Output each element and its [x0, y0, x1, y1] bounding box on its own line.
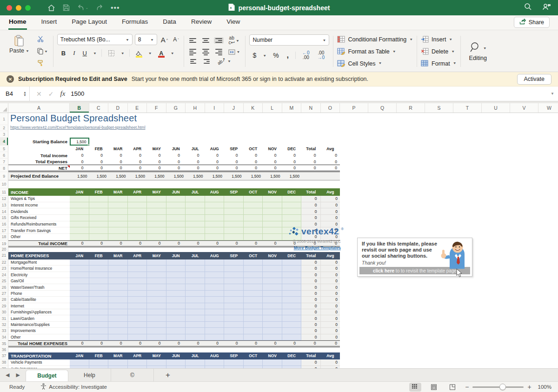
cell[interactable]: 0 — [321, 165, 340, 171]
cell[interactable]: 0 — [108, 341, 128, 346]
cell[interactable] — [108, 309, 128, 315]
cell[interactable]: 0 — [321, 328, 340, 334]
cell[interactable] — [166, 272, 186, 278]
cell[interactable]: 0 — [205, 341, 225, 346]
delete-cells-button[interactable]: Delete▼ — [421, 46, 457, 57]
cell[interactable] — [89, 208, 109, 215]
cell[interactable] — [263, 196, 282, 202]
cell[interactable]: 0 — [301, 278, 321, 284]
cell[interactable]: 0 — [301, 297, 321, 303]
cell[interactable]: 0 — [321, 272, 340, 278]
cell[interactable] — [108, 315, 128, 321]
cell[interactable] — [205, 334, 225, 340]
selected-cell-b4[interactable]: 1,500 — [70, 138, 89, 146]
cell[interactable] — [166, 196, 186, 202]
cell[interactable]: 0 — [166, 341, 186, 346]
cell[interactable]: 0 — [321, 309, 340, 315]
cell[interactable]: 0 — [301, 303, 321, 309]
month-header[interactable]: OCT — [244, 352, 263, 359]
cell[interactable] — [224, 359, 244, 366]
cell[interactable]: 0 — [70, 165, 89, 171]
cell[interactable] — [244, 309, 263, 315]
cell[interactable] — [224, 284, 244, 290]
cell[interactable]: 0 — [282, 165, 302, 171]
cell[interactable] — [89, 215, 109, 221]
cell[interactable] — [108, 291, 128, 297]
cell[interactable] — [128, 208, 147, 215]
cell[interactable]: 0 — [321, 202, 340, 209]
cell[interactable]: 0 — [301, 159, 321, 165]
cell[interactable]: 1,500 — [89, 172, 109, 180]
menu-tab-view[interactable]: View — [226, 15, 240, 30]
cell[interactable] — [205, 366, 225, 368]
cell[interactable]: 0 — [128, 241, 147, 246]
cell[interactable] — [205, 322, 225, 328]
cell[interactable] — [70, 266, 89, 272]
cell[interactable]: 0 — [301, 165, 321, 171]
cell[interactable] — [205, 328, 225, 334]
cell[interactable] — [70, 284, 89, 290]
cell[interactable] — [205, 266, 225, 272]
cell[interactable]: 1,500 — [128, 172, 147, 180]
percent-button[interactable]: % — [272, 51, 280, 60]
cell[interactable] — [186, 359, 205, 366]
cell[interactable] — [166, 366, 186, 368]
cell[interactable] — [224, 266, 244, 272]
cell[interactable] — [108, 202, 128, 209]
font-color-button[interactable]: A — [157, 49, 166, 57]
cell[interactable] — [224, 196, 244, 202]
cell[interactable] — [166, 315, 186, 321]
cell[interactable] — [186, 272, 205, 278]
cell[interactable] — [263, 278, 282, 284]
column-header-I[interactable]: I — [205, 103, 225, 113]
cell[interactable] — [282, 278, 302, 284]
cell[interactable] — [263, 208, 282, 215]
cell[interactable]: 1,500 — [166, 172, 186, 180]
row-header-8[interactable]: 8 — [0, 165, 8, 172]
cell[interactable] — [89, 266, 109, 272]
cell[interactable] — [128, 303, 147, 309]
cell[interactable]: 0 — [147, 341, 166, 346]
cell[interactable]: 0 — [263, 241, 282, 246]
cell[interactable] — [89, 234, 109, 240]
normal-view-button[interactable] — [409, 383, 421, 392]
cell[interactable] — [186, 303, 205, 309]
cell[interactable] — [186, 284, 205, 290]
cell[interactable] — [205, 227, 225, 234]
cell[interactable] — [186, 221, 205, 228]
cell[interactable] — [108, 278, 128, 284]
cell[interactable] — [282, 215, 302, 221]
month-header[interactable]: MAR — [108, 146, 128, 152]
row-header-29[interactable]: 29 — [0, 303, 8, 309]
row-header-5[interactable]: 5 — [0, 146, 8, 152]
cell[interactable]: 0 — [224, 165, 244, 171]
month-header[interactable]: JAN — [70, 146, 89, 152]
formula-input[interactable]: 1500 — [71, 90, 84, 97]
cell[interactable] — [244, 284, 263, 290]
month-header[interactable]: FEB — [89, 146, 109, 152]
cell[interactable]: 0 — [321, 259, 340, 266]
cell[interactable]: 0 — [321, 315, 340, 321]
cell[interactable] — [244, 366, 263, 368]
column-header-H[interactable]: H — [186, 103, 205, 113]
cell[interactable] — [147, 328, 166, 334]
cell[interactable] — [224, 272, 244, 278]
cell[interactable]: 0 — [128, 159, 147, 165]
row-header-15[interactable]: 15 — [0, 215, 8, 221]
cell[interactable]: 0 — [70, 241, 89, 246]
cell[interactable]: 0 — [244, 341, 263, 346]
row-header-38[interactable]: 38 — [0, 359, 8, 366]
cell[interactable] — [89, 303, 109, 309]
cell[interactable] — [147, 322, 166, 328]
row-header-6[interactable]: 6 — [0, 152, 8, 159]
column-header-W[interactable]: W — [538, 103, 558, 113]
month-header[interactable]: NOV — [263, 252, 282, 259]
cell[interactable] — [147, 196, 166, 202]
cell[interactable] — [205, 278, 225, 284]
cell[interactable] — [108, 303, 128, 309]
cell[interactable]: 0 — [89, 165, 109, 171]
cell[interactable]: Avg — [321, 252, 340, 259]
cell[interactable] — [89, 359, 109, 366]
cell[interactable] — [89, 227, 109, 234]
cell[interactable]: 0 — [186, 241, 205, 246]
